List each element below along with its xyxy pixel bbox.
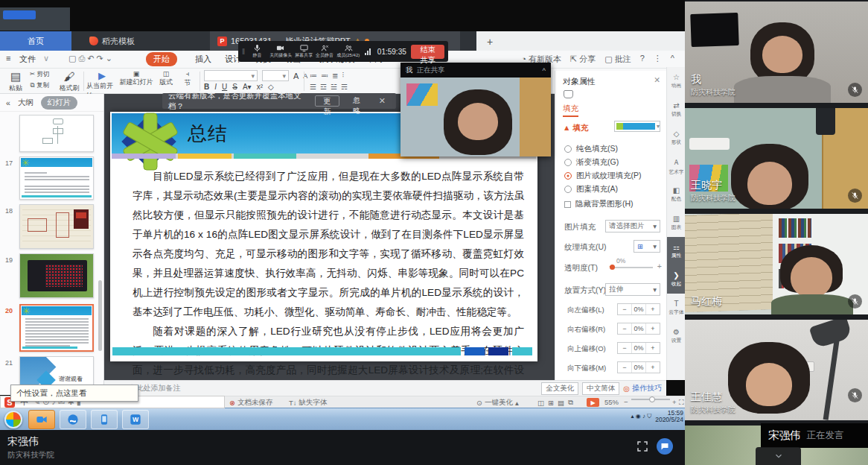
rail-transition[interactable]: ⇄切换 bbox=[667, 95, 686, 124]
drag-handle-icon[interactable]: ‖ bbox=[242, 48, 245, 56]
list-buttons[interactable]: ≔≕≣⫶ bbox=[310, 71, 344, 80]
taskbar-meeting-app[interactable] bbox=[28, 410, 55, 429]
texture-fill-select[interactable]: ⊞▾ bbox=[634, 240, 660, 253]
quick-access-toolbar[interactable]: ▢⎙↶↷⌄ bbox=[68, 54, 115, 63]
rail-collapse[interactable]: ❯收起 bbox=[667, 265, 686, 294]
view-switcher[interactable]: ◫⊞▤⧉ bbox=[537, 398, 573, 407]
video-feed-wangjiahui[interactable]: 王佳慧 防灾科技学院 bbox=[685, 320, 868, 420]
thumbnail-slide-20-selected[interactable]: ✳ bbox=[19, 304, 94, 352]
paste-button[interactable]: ▤粘贴 bbox=[3, 70, 28, 93]
mute-button[interactable]: 静音 bbox=[248, 44, 267, 59]
slideshow-play-button[interactable]: ▶ bbox=[587, 398, 599, 407]
video-feed-me[interactable]: 我 防灾科技学院 bbox=[685, 1, 868, 103]
cut-button[interactable]: ✂ 剪切 bbox=[30, 70, 49, 79]
bold-button[interactable]: B bbox=[204, 83, 209, 91]
offset-right-stepper[interactable]: −0%+ bbox=[617, 323, 660, 335]
start-button[interactable] bbox=[4, 411, 22, 428]
ignore-button[interactable]: 忽略 bbox=[345, 95, 368, 107]
missing-fonts-status[interactable]: T↓缺失字体 bbox=[289, 398, 328, 408]
solid-fill-radio[interactable]: 纯色填充(S) bbox=[564, 144, 618, 154]
screen-share-button[interactable]: 屏幕共享 bbox=[294, 44, 313, 59]
italic-button[interactable]: I bbox=[214, 83, 217, 91]
thumbnail-slide-18[interactable] bbox=[19, 204, 94, 249]
offset-down-stepper[interactable]: −0%+ bbox=[617, 361, 660, 373]
tips-link[interactable]: ◎操作技巧 bbox=[623, 383, 662, 393]
picture-fill-radio[interactable]: 图片或纹理填充(P) bbox=[564, 171, 642, 181]
language-chip[interactable]: 中文简体 bbox=[582, 382, 619, 395]
highlight-button[interactable]: ◇ bbox=[268, 83, 274, 91]
chat-button[interactable] bbox=[657, 438, 673, 455]
copy-button[interactable]: ⧉ 复制 bbox=[31, 81, 49, 90]
file-menu-caret-icon[interactable]: ∨ bbox=[43, 54, 49, 63]
help-button[interactable]: ? bbox=[640, 54, 645, 65]
fullscreen-button[interactable] bbox=[636, 440, 649, 456]
layout-button[interactable]: ◫版式 bbox=[155, 70, 177, 87]
collapse-sidebar-button[interactable] bbox=[756, 447, 801, 465]
collapse-panel-icon[interactable]: « bbox=[6, 98, 10, 107]
thumbnail-slide-16[interactable] bbox=[19, 115, 94, 152]
file-menu[interactable]: 文件 bbox=[19, 54, 36, 65]
outline-tab[interactable]: 大纲 bbox=[18, 98, 33, 108]
format-painter-button[interactable]: 🖌格式刷 bbox=[57, 70, 82, 93]
beautify-button[interactable]: ⊙一键美化▴ bbox=[476, 398, 519, 408]
pattern-fill-radio[interactable]: 图案填充(A) bbox=[564, 184, 618, 194]
thumbnail-slide-17[interactable]: ✳ bbox=[19, 156, 94, 200]
more-button[interactable]: ⋮ bbox=[654, 54, 662, 65]
opacity-slider[interactable] bbox=[610, 267, 653, 268]
new-tab-button[interactable]: + bbox=[482, 34, 497, 49]
font-color-button[interactable]: A▾ bbox=[243, 83, 252, 91]
rail-animation[interactable]: ☆动画 bbox=[667, 67, 686, 95]
tab-home[interactable]: 首页 bbox=[0, 31, 71, 51]
opacity-plus-button[interactable]: + bbox=[657, 262, 662, 271]
collapse-preview-icon[interactable]: ^ bbox=[543, 66, 546, 75]
fill-section-header[interactable]: ▲ 填充 bbox=[563, 123, 588, 133]
picture-fill-select[interactable]: 请选择图片▾ bbox=[605, 220, 660, 232]
zoom-out-button[interactable]: − bbox=[624, 398, 628, 406]
beautify-all-chip[interactable]: 全文美化 bbox=[541, 382, 578, 395]
video-feed-wangxiaoyu[interactable]: 王晓宇 防灾科技学院 bbox=[685, 108, 868, 209]
offset-left-stepper[interactable]: −0%+ bbox=[617, 303, 660, 315]
comment-button[interactable]: ▢ 批注 bbox=[604, 54, 631, 65]
zoom-in-button[interactable]: + bbox=[672, 398, 677, 406]
hide-background-checkbox[interactable]: 隐藏背景图形(H) bbox=[564, 199, 634, 209]
fill-tab[interactable]: 填充 bbox=[563, 104, 578, 117]
mute-all-button[interactable]: 全员静音 bbox=[315, 44, 334, 59]
taskbar-clock[interactable]: 15:59 2020/5/24 bbox=[655, 410, 683, 423]
members-button[interactable]: 成员(25/42) bbox=[336, 44, 361, 59]
taskbar-tim-app[interactable] bbox=[60, 410, 86, 429]
section-button[interactable]: ⫞节 bbox=[179, 70, 197, 88]
gradient-fill-radio[interactable]: 渐变填充(G) bbox=[564, 157, 619, 168]
slider-knob[interactable] bbox=[610, 265, 615, 270]
update-button[interactable]: 更新 bbox=[315, 95, 339, 107]
tray-icons[interactable]: ▴ ◉ ♪ ⛉ bbox=[631, 413, 652, 420]
rail-colors[interactable]: ◧配色 bbox=[667, 180, 686, 209]
fit-screen-button[interactable]: ⛶ bbox=[679, 398, 684, 407]
collapse-ribbon-button[interactable]: ^ bbox=[671, 54, 674, 65]
thumbnails-scrollbar[interactable] bbox=[98, 280, 102, 351]
rail-chart[interactable]: ▥图表 bbox=[667, 209, 686, 237]
slides-tab[interactable]: 幻灯片 bbox=[41, 96, 78, 110]
rail-properties-active[interactable]: ⚏属性 bbox=[667, 237, 686, 265]
close-notification-icon[interactable]: ✕ bbox=[374, 95, 390, 107]
rail-shape[interactable]: ◇形状 bbox=[667, 124, 686, 152]
zoom-knob[interactable] bbox=[649, 396, 655, 402]
menu-insert[interactable]: 插入 bbox=[195, 54, 211, 65]
font-name-select[interactable]: ▾ bbox=[204, 70, 258, 81]
fill-preview-dropdown[interactable]: ▾ bbox=[614, 121, 660, 132]
zoom-slider[interactable] bbox=[631, 399, 670, 400]
camera-off-button[interactable]: 关闭摄像头 bbox=[269, 44, 293, 59]
rail-wordart[interactable]: Ａ艺术字 bbox=[667, 152, 686, 180]
unsaved-status[interactable]: ⊗文档未保存 bbox=[229, 398, 272, 408]
underline-button[interactable]: U bbox=[222, 83, 227, 91]
grow-font-button[interactable]: A bbox=[293, 72, 299, 80]
font-size-select[interactable]: ▾ bbox=[262, 70, 289, 81]
placement-select[interactable]: 拉伸▾ bbox=[605, 283, 660, 296]
superscript-button[interactable]: x² bbox=[257, 83, 263, 91]
close-panel-icon[interactable]: ✕ bbox=[654, 75, 660, 84]
rail-settings[interactable]: ⚙设置 bbox=[667, 322, 686, 350]
share-button[interactable]: ⇱ 分享 bbox=[570, 54, 596, 65]
taskbar-wps-app[interactable]: W bbox=[122, 410, 149, 429]
thumbnail-slide-19[interactable] bbox=[19, 253, 94, 298]
strike-button[interactable]: S bbox=[232, 83, 237, 91]
video-feed-mahongmei[interactable]: 马红梅 bbox=[685, 214, 868, 314]
